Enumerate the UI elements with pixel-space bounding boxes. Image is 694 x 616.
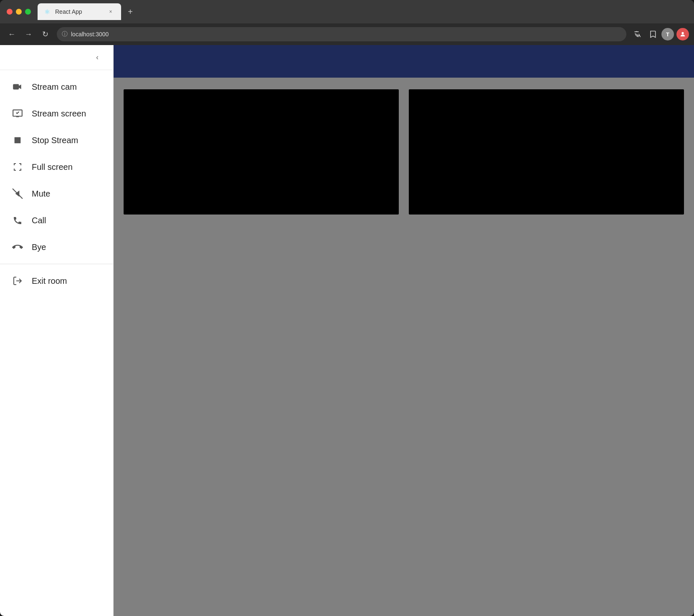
stop-icon	[12, 134, 23, 146]
sidebar-item-stream-cam[interactable]: Stream cam	[0, 73, 113, 100]
screen-share-icon	[12, 108, 23, 119]
sidebar-divider	[0, 264, 113, 264]
tab-close-button[interactable]: ×	[107, 8, 114, 15]
new-tab-button[interactable]: +	[124, 6, 136, 18]
forward-button[interactable]: →	[22, 28, 35, 41]
main-view	[114, 45, 694, 616]
nav-right-icons: T	[631, 28, 689, 40]
exit-icon	[12, 275, 23, 287]
user-avatar-red[interactable]	[676, 28, 689, 40]
svg-rect-2	[15, 137, 21, 144]
sidebar-menu: Stream cam Stream screen	[0, 70, 113, 616]
nav-bar: ← → ↻ ⓘ localhost:3000 T	[0, 23, 694, 45]
mute-label: Mute	[32, 189, 50, 199]
address-text: localhost:3000	[71, 31, 109, 38]
collapse-sidebar-button[interactable]: ‹	[91, 52, 103, 63]
video-area	[114, 78, 694, 616]
back-button[interactable]: ←	[5, 28, 18, 41]
close-button[interactable]	[7, 9, 13, 15]
exit-room-label: Exit room	[32, 276, 67, 286]
browser-window: ⚛ React App × + ← → ↻ ⓘ localhost:3000	[0, 0, 694, 616]
video-camera-icon	[12, 81, 23, 93]
phone-icon	[12, 215, 23, 226]
translate-icon[interactable]	[631, 28, 644, 40]
main-header	[114, 45, 694, 78]
tab-title: React App	[55, 8, 104, 15]
sidebar-item-mute[interactable]: Mute	[0, 180, 113, 207]
video-stream-1	[124, 89, 399, 215]
video-stream-2	[409, 89, 684, 215]
user-avatar-t[interactable]: T	[661, 28, 674, 40]
tab-area: ⚛ React App × +	[38, 3, 687, 20]
tab-favicon: ⚛	[44, 8, 52, 15]
sidebar-item-full-screen[interactable]: Full screen	[0, 154, 113, 180]
fullscreen-icon	[12, 161, 23, 173]
svg-line-3	[13, 189, 23, 199]
svg-point-0	[681, 32, 684, 34]
sidebar-item-call[interactable]: Call	[0, 207, 113, 234]
sidebar-item-bye[interactable]: Bye	[0, 234, 113, 260]
phone-down-icon	[12, 241, 23, 253]
sidebar-item-exit-room[interactable]: Exit room	[0, 268, 113, 294]
traffic-lights	[7, 9, 31, 15]
bye-label: Bye	[32, 242, 46, 252]
reload-button[interactable]: ↻	[38, 28, 52, 41]
sidebar-header: ‹	[0, 45, 113, 70]
sidebar-item-stream-screen[interactable]: Stream screen	[0, 100, 113, 127]
sidebar-item-stop-stream[interactable]: Stop Stream	[0, 127, 113, 154]
content-area: ‹ Stream cam	[0, 45, 694, 616]
bookmark-icon[interactable]	[646, 28, 659, 40]
stop-stream-label: Stop Stream	[32, 136, 78, 145]
address-bar[interactable]: ⓘ localhost:3000	[57, 27, 626, 41]
stream-screen-label: Stream screen	[32, 109, 86, 119]
full-screen-label: Full screen	[32, 162, 73, 172]
stream-cam-label: Stream cam	[32, 82, 77, 92]
maximize-button[interactable]	[25, 9, 31, 15]
sidebar: ‹ Stream cam	[0, 45, 114, 616]
call-label: Call	[32, 216, 46, 225]
mute-icon	[12, 188, 23, 199]
browser-tab[interactable]: ⚛ React App ×	[38, 3, 121, 20]
title-bar: ⚛ React App × +	[0, 0, 694, 23]
minimize-button[interactable]	[16, 9, 22, 15]
info-icon: ⓘ	[62, 30, 68, 38]
